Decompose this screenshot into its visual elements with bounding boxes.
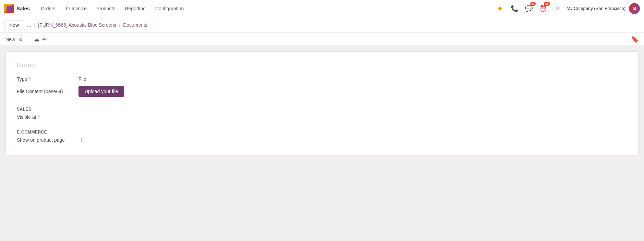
- main-content: Type ? File File Content (base64) Upload…: [0, 46, 644, 241]
- visible-at-field: Visible at ?: [17, 114, 627, 120]
- type-value: File: [78, 76, 86, 82]
- toolbar-icons: ☁ ↩: [33, 36, 47, 43]
- form-card: Type ? File File Content (base64) Upload…: [5, 51, 639, 155]
- undo-icon[interactable]: ↩: [42, 36, 47, 42]
- breadcrumb-sep-2: /: [119, 22, 120, 28]
- toolbar-new-label: New: [5, 37, 15, 42]
- clock-icon[interactable]: ⏰ 35: [538, 3, 549, 14]
- file-content-field: File Content (base64) Upload your file: [17, 86, 627, 97]
- logo-icon: [4, 4, 14, 13]
- topnav-right: 📞 💬 6 ⏰ 35 ✕ My Company (San Francisco) …: [495, 3, 640, 14]
- avatar[interactable]: M: [629, 3, 640, 14]
- visible-at-help-icon[interactable]: ?: [38, 115, 40, 119]
- toolbar-row: New ⚙ ☁ ↩ 🔖: [0, 33, 644, 46]
- close-icon[interactable]: ✕: [552, 3, 563, 14]
- chat-icon[interactable]: 💬 6: [523, 3, 534, 14]
- phone-icon[interactable]: 📞: [509, 3, 520, 14]
- bookmark-icon[interactable]: 🔖: [631, 36, 639, 43]
- breadcrumb-current: Documents: [123, 22, 147, 28]
- sales-section-header: SALES: [17, 101, 627, 114]
- clock-badge: 35: [544, 2, 550, 6]
- breadcrumb-bar: New ... / [FURN_6666] Acoustic Bloc Scre…: [0, 17, 644, 33]
- company-name: My Company (San Francisco): [567, 6, 625, 11]
- app-name: Sales: [16, 5, 30, 11]
- type-label: Type ?: [17, 76, 78, 82]
- name-input[interactable]: [17, 60, 627, 71]
- nav-orders[interactable]: Orders: [37, 4, 60, 13]
- show-on-product-field: Show on product page: [17, 137, 627, 143]
- show-on-product-checkbox[interactable]: [81, 138, 86, 142]
- nav-products[interactable]: Products: [92, 4, 119, 13]
- type-help-icon[interactable]: ?: [28, 77, 31, 81]
- online-status-icon[interactable]: [495, 3, 506, 14]
- new-button[interactable]: New: [4, 21, 24, 29]
- app-logo: [4, 4, 14, 13]
- top-navigation: Sales Orders To Invoice Products Reporti…: [0, 0, 644, 17]
- status-dot: [498, 7, 502, 10]
- file-content-label: File Content (base64): [17, 89, 78, 94]
- upload-cloud-icon[interactable]: ☁: [33, 36, 39, 43]
- chat-badge: 6: [530, 2, 536, 6]
- nav-items: Orders To Invoice Products Reporting Con…: [37, 4, 188, 13]
- name-field-row: [17, 60, 627, 71]
- breadcrumb-product-link[interactable]: [FURN_6666] Acoustic Bloc Screens: [38, 22, 116, 28]
- breadcrumb-ellipsis[interactable]: ...: [27, 22, 31, 28]
- upload-file-button[interactable]: Upload your file: [78, 86, 124, 97]
- nav-to-invoice[interactable]: To Invoice: [61, 4, 91, 13]
- gear-icon[interactable]: ⚙: [19, 37, 23, 42]
- visible-at-label: Visible at ?: [17, 114, 78, 120]
- type-field: Type ? File: [17, 76, 627, 82]
- nav-reporting[interactable]: Reporting: [121, 4, 150, 13]
- show-on-product-label: Show on product page: [17, 137, 78, 143]
- ecommerce-section-header: E-COMMERCE: [17, 124, 627, 137]
- breadcrumb-sep-1: /: [34, 22, 35, 28]
- nav-configuration[interactable]: Configuration: [151, 4, 188, 13]
